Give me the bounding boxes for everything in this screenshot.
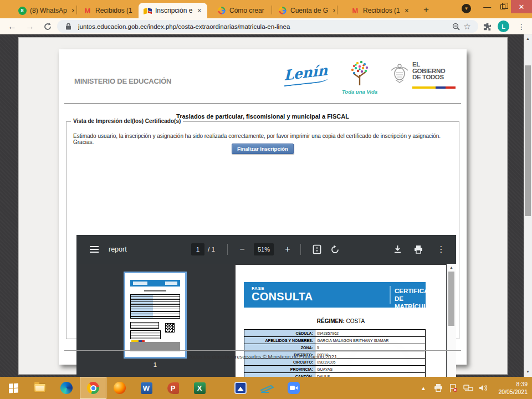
excel-icon: X: [194, 382, 206, 394]
camscanner-icon: [234, 382, 247, 394]
zoom-out-button[interactable]: −: [236, 235, 248, 264]
taskbar-word[interactable]: W: [133, 377, 160, 399]
minimize-button[interactable]: —: [480, 0, 494, 13]
tray-expand-icon[interactable]: ▲: [418, 383, 428, 393]
close-icon[interactable]: ×: [70, 7, 74, 14]
pdf-more-icon[interactable]: ⋮: [433, 235, 449, 264]
address-bar[interactable]: juntos.educacion.gob.ec/index.php/costa-…: [57, 20, 478, 33]
download-icon[interactable]: [390, 235, 405, 264]
certificado-matricula-label: CERTIFICADO DE MATRÍCULA: [395, 288, 438, 310]
print-icon[interactable]: [411, 235, 426, 264]
taskbar-scanner[interactable]: [254, 377, 280, 399]
thumb-textbox: [130, 330, 161, 339]
toolbar-divider: [300, 244, 301, 255]
scrollbar-thumb[interactable]: [448, 272, 454, 326]
new-tab-button[interactable]: +: [420, 4, 432, 16]
regimen-line: RÉGIMEN: COSTA: [236, 318, 446, 324]
browser-scrollbar[interactable]: ▲ ▼: [524, 34, 532, 377]
tab-search-icon[interactable]: ▼: [462, 4, 471, 13]
zoom-in-button[interactable]: +: [282, 235, 294, 264]
reload-icon[interactable]: [41, 20, 54, 33]
pdf-doc-title: report: [109, 235, 127, 264]
network-icon[interactable]: [463, 383, 473, 393]
toda-una-vida-text: Toda una Vida: [340, 89, 379, 95]
fieldset-legend: Vista de Impresión del(los) Certificado(…: [71, 118, 183, 124]
ecuador-crest-icon: [389, 62, 410, 85]
tab-google-1[interactable]: Cómo crear ×: [213, 3, 269, 18]
scroll-down-icon[interactable]: ▼: [524, 367, 532, 376]
tab-label: (8) WhatsAp: [30, 7, 67, 14]
zoom-level-value[interactable]: 51%: [254, 243, 274, 255]
close-icon[interactable]: ×: [196, 7, 203, 14]
window-close-button[interactable]: ✕: [511, 0, 532, 13]
action-center-flag-icon[interactable]: [448, 383, 458, 393]
printer-icon[interactable]: [433, 383, 443, 393]
start-button[interactable]: [0, 377, 27, 399]
taskbar-chrome-active[interactable]: [80, 377, 106, 399]
screen: 8 (8) WhatsAp × M Recibidos (1 × Inscrip…: [0, 0, 532, 399]
close-icon[interactable]: ×: [403, 7, 410, 14]
forward-icon[interactable]: →: [23, 20, 37, 33]
zoom-out-icon[interactable]: [451, 21, 462, 32]
tab-label: Recibidos (1: [363, 7, 400, 14]
finalizar-inscripcion-button[interactable]: Finalizar Inscripción: [232, 144, 294, 154]
google-icon: [217, 6, 226, 15]
taskbar-file-explorer[interactable]: [27, 377, 53, 399]
powerpoint-icon: P: [167, 382, 179, 394]
tab-label: Inscripción e: [155, 7, 192, 14]
tree-icon: [347, 59, 372, 86]
system-tray: ▲ 8:39 20/05/2021: [418, 380, 532, 396]
taskbar-firefox[interactable]: [106, 377, 133, 399]
table-row: PROVINCIA:GUAYAS: [244, 366, 426, 373]
taskbar-clock[interactable]: 8:39 20/05/2021: [493, 380, 528, 396]
thumb-qr-code: [165, 323, 175, 332]
taskbar-powerpoint[interactable]: P: [160, 377, 186, 399]
tab-whatsapp[interactable]: 8 (8) WhatsAp ×: [13, 3, 74, 18]
taskbar-edge[interactable]: [53, 377, 80, 399]
taskbar-excel[interactable]: X: [186, 377, 213, 399]
tab-label: Cuenta de G: [290, 7, 328, 14]
tab-separator: [272, 6, 272, 14]
page-background: MINISTERIO DE EDUCACIÓN Lenín: [0, 34, 524, 377]
ministry-logo-text: MINISTERIO DE EDUCACIÓN: [74, 77, 171, 85]
tab-inscripcion-active[interactable]: Inscripción e ×: [139, 3, 207, 18]
pdf-page-input[interactable]: 1: [191, 243, 204, 255]
thumb-banner: [130, 280, 180, 287]
gmail-icon: M: [83, 6, 92, 15]
scrollbar-thumb[interactable]: [525, 65, 531, 216]
taskbar-zoom[interactable]: [280, 377, 307, 399]
tab-label: Recibidos (1: [95, 7, 132, 14]
thumb-textbox: [130, 322, 159, 329]
browser-menu-icon[interactable]: ⋮: [515, 21, 528, 33]
back-icon[interactable]: ←: [6, 20, 19, 33]
taskbar-camscanner[interactable]: [227, 377, 254, 399]
rotate-icon[interactable]: [327, 235, 342, 264]
certificate-fieldset: Vista de Impresión del(los) Certificado(…: [66, 121, 459, 339]
pdf-page-thumbnail[interactable]: [124, 272, 187, 359]
file-explorer-icon: [34, 383, 46, 392]
bookmark-star-icon[interactable]: ☆: [462, 21, 473, 32]
word-icon: W: [141, 382, 152, 394]
tab-separator: [337, 6, 337, 14]
close-icon[interactable]: ×: [268, 7, 269, 14]
profile-avatar[interactable]: L: [498, 21, 509, 32]
close-icon[interactable]: ×: [331, 7, 335, 14]
zoom-app-icon: [288, 382, 300, 394]
tab-google-2[interactable]: Cuenta de G ×: [274, 3, 335, 18]
content-card: MINISTERIO DE EDUCACIÓN Lenín: [59, 49, 467, 365]
extensions-puzzle-icon[interactable]: [481, 21, 493, 33]
thumb-table: [130, 294, 180, 319]
scroll-up-icon[interactable]: ▲: [524, 34, 532, 43]
thumbnail-page-number: 1: [124, 361, 187, 368]
speaker-icon[interactable]: [478, 383, 488, 393]
restore-button[interactable]: [495, 0, 510, 13]
pdf-menu-icon[interactable]: [84, 235, 104, 264]
close-icon[interactable]: ×: [136, 7, 136, 14]
clock-time: 8:39: [493, 380, 528, 388]
windows-icon: [9, 383, 18, 393]
tab-gmail-1[interactable]: M Recibidos (1 ×: [79, 3, 136, 18]
tab-gmail-2[interactable]: M Recibidos (1 ×: [346, 3, 413, 18]
scroll-up-icon[interactable]: ▲: [447, 264, 456, 271]
mineduc-icon: [143, 6, 152, 15]
fit-page-icon[interactable]: [309, 235, 325, 264]
